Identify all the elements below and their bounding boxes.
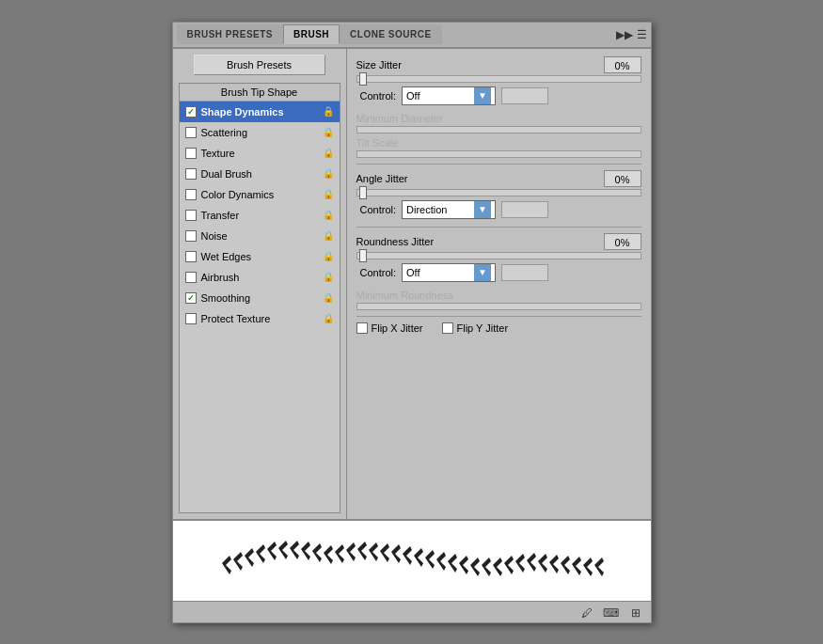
tab-brush-presets[interactable]: BRUSH PRESETS [177,24,284,44]
svg-marker-17 [414,548,423,567]
svg-marker-21 [459,556,468,574]
svg-marker-9 [324,545,333,564]
svg-marker-3 [256,544,265,563]
main-content: Brush Presets Brush Tip Shape Shape Dyna… [173,49,651,519]
svg-marker-29 [549,555,559,573]
brush-list-header: Brush Tip Shape [180,84,340,102]
tab-brush[interactable]: BRUSH [283,24,340,44]
size-control-arrow[interactable]: ▼ [474,87,491,104]
sidebar-item-texture[interactable]: Texture 🔒 [180,143,340,164]
preview-area: 🖊 ⌨ ⊞ [173,519,651,622]
brush-stroke-svg [205,527,619,593]
size-jitter-slider[interactable] [356,75,641,83]
svg-marker-23 [482,558,491,576]
item-label-wet-edges: Wet Edges [201,251,252,262]
svg-marker-6 [290,541,299,559]
checkbox-flip-y[interactable] [442,322,453,334]
angle-control-dropdown[interactable]: Direction ▼ [402,200,496,219]
checkbox-noise[interactable] [185,230,197,242]
lock-icon-smoothing: 🔒 [323,292,334,303]
checkbox-shape-dynamics[interactable] [185,106,197,118]
sidebar-item-noise[interactable]: Noise 🔒 [180,226,340,246]
roundness-control-label: Control: [360,267,397,278]
svg-marker-10 [335,544,344,563]
roundness-jitter-thumb[interactable] [359,249,367,262]
size-jitter-value: 0% [604,56,641,73]
size-control-row: Control: Off ▼ [360,86,641,105]
size-control-value: Off [406,90,472,102]
checkbox-transfer[interactable] [185,210,197,221]
sidebar-item-dual-brush[interactable]: Dual Brush 🔒 [180,164,340,184]
checkbox-color-dynamics[interactable] [185,189,197,200]
item-label-color-dynamics: Color Dynamics [201,189,275,200]
brush-presets-button[interactable]: Brush Presets [194,55,325,75]
size-jitter-thumb[interactable] [359,72,367,86]
sidebar-item-wet-edges[interactable]: Wet Edges 🔒 [180,246,340,267]
size-jitter-slider-row [356,75,641,83]
separator-1 [356,164,641,165]
roundness-control-arrow[interactable]: ▼ [474,264,491,281]
checkbox-protect-texture[interactable] [185,313,197,324]
checkbox-flip-x[interactable] [356,322,368,334]
tab-extra-icons: ▶▶ ☰ [616,28,647,41]
angle-control-value: Direction [406,204,472,215]
lock-icon-scattering: 🔒 [323,127,334,137]
brush-list-container: Brush Tip Shape Shape Dynamics 🔒 Scatter… [179,83,340,513]
dock-icon[interactable]: ⊞ [626,604,645,622]
svg-marker-5 [278,541,288,559]
sidebar-item-smoothing[interactable]: Smoothing 🔒 [180,288,340,308]
tilt-scale-slider[interactable] [356,150,641,158]
sidebar-item-color-dynamics[interactable]: Color Dynamics 🔒 [180,184,340,205]
angle-jitter-thumb[interactable] [359,186,367,199]
brush-panel: BRUSH PRESETS BRUSH CLONE SOURCE ▶▶ ☰ Br… [172,22,652,623]
svg-marker-25 [504,556,514,574]
keyboard-icon[interactable]: ⌨ [602,604,621,622]
sidebar-item-shape-dynamics[interactable]: Shape Dynamics 🔒 [180,102,340,122]
lock-icon-noise: 🔒 [323,230,334,241]
sidebar-item-scattering[interactable]: Scattering 🔒 [180,122,340,143]
svg-marker-7 [301,542,310,560]
min-diameter-slider[interactable] [356,126,641,134]
min-diameter-slider-row [356,126,641,134]
svg-marker-1 [233,552,243,571]
item-label-transfer: Transfer [201,210,240,221]
checkbox-dual-brush[interactable] [185,168,197,180]
size-control-dropdown[interactable]: Off ▼ [402,86,496,105]
min-roundness-slider[interactable] [356,303,641,310]
roundness-jitter-slider-row [356,252,641,259]
svg-marker-2 [245,548,254,567]
size-jitter-label: Size Jitter [356,59,604,71]
svg-marker-4 [267,542,277,560]
eye-dropper-icon[interactable]: 🖊 [578,604,596,622]
svg-marker-31 [572,557,581,575]
sidebar-item-protect-texture[interactable]: Protect Texture 🔒 [180,308,340,329]
checkbox-airbrush[interactable] [185,272,197,283]
roundness-jitter-slider[interactable] [356,252,641,259]
menu-icon[interactable]: ☰ [637,28,647,41]
svg-marker-0 [222,556,231,574]
item-label-protect-texture: Protect Texture [201,313,271,324]
angle-control-arrow[interactable]: ▼ [474,201,491,218]
svg-marker-30 [561,556,570,574]
tilt-scale-slider-row [356,150,641,158]
angle-control-extra [501,201,548,218]
angle-jitter-value: 0% [604,170,641,187]
angle-jitter-slider[interactable] [356,189,641,196]
roundness-control-dropdown[interactable]: Off ▼ [402,263,496,282]
lock-icon-texture: 🔒 [323,148,334,158]
forward-icon[interactable]: ▶▶ [616,28,633,41]
sidebar-item-airbrush[interactable]: Airbrush 🔒 [180,267,340,288]
item-label-texture: Texture [201,148,235,159]
sidebar-item-transfer[interactable]: Transfer 🔒 [180,205,340,226]
checkbox-texture[interactable] [185,148,197,159]
svg-marker-13 [369,542,378,561]
tab-clone-source[interactable]: CLONE SOURCE [340,24,442,44]
lock-icon-wet-edges: 🔒 [323,251,334,261]
item-label-smoothing: Smoothing [201,292,251,304]
svg-marker-26 [515,554,525,573]
checkbox-smoothing[interactable] [185,292,197,304]
checkbox-scattering[interactable] [185,127,197,138]
flip-y-label: Flip Y Jitter [457,322,509,334]
item-label-dual-brush: Dual Brush [201,168,252,180]
checkbox-wet-edges[interactable] [185,251,197,262]
